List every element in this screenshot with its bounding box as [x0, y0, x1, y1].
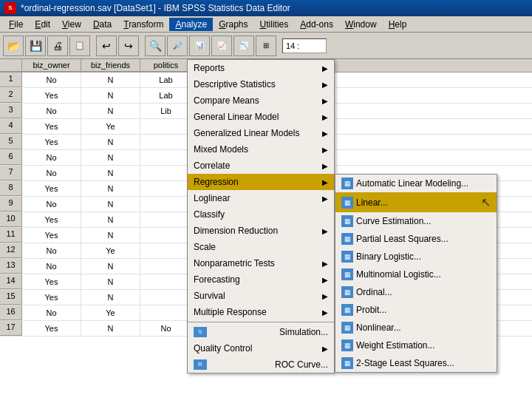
cell-politics[interactable]	[140, 274, 192, 289]
cell-politics[interactable]: Lab	[140, 88, 192, 103]
menu-edit[interactable]: Edit	[29, 18, 56, 31]
menu-simulation[interactable]: S Simulation...	[188, 324, 334, 340]
menu-utilities[interactable]: Utilities	[254, 18, 295, 31]
menu-curve[interactable]: ▦ Curve Estimation...	[335, 212, 497, 230]
menu-analyze[interactable]: Analyze	[169, 18, 213, 31]
menu-classify[interactable]: Classify	[188, 206, 334, 223]
cell-politics[interactable]: Lib	[140, 104, 192, 118]
cell-politics[interactable]: Lab	[140, 72, 192, 87]
menu-descriptive[interactable]: Descriptive Statistics ▶	[188, 76, 334, 92]
cell-biz_friends[interactable]: N	[81, 290, 140, 305]
cell-politics[interactable]	[140, 228, 192, 243]
cell-reference-box[interactable]: 14 :	[282, 38, 327, 53]
cell-politics[interactable]	[140, 212, 192, 227]
cell-biz_friends[interactable]: N	[81, 88, 140, 103]
cell-politics[interactable]	[140, 197, 192, 212]
col-header-politics[interactable]: politics	[140, 59, 192, 72]
menu-nonparam[interactable]: Nonparametric Tests ▶	[188, 255, 334, 271]
cell-biz_friends[interactable]: N	[81, 150, 140, 165]
zoom-button[interactable]: 🔎	[167, 36, 188, 56]
menu-transform[interactable]: Transform	[117, 18, 169, 31]
menu-probit[interactable]: ▦ Probit...	[335, 301, 497, 319]
menu-reports[interactable]: Reports ▶	[188, 60, 334, 76]
cell-biz_friends[interactable]: N	[81, 197, 140, 212]
menu-nonlinear[interactable]: ▦ Nonlinear...	[335, 319, 497, 337]
menu-forecasting[interactable]: Forecasting ▶	[188, 271, 334, 288]
cell-biz_friends[interactable]: N	[81, 321, 140, 336]
cell-biz_friends[interactable]: N	[81, 228, 140, 243]
cell-biz_owner[interactable]: Yes	[22, 212, 81, 227]
cell-biz_owner[interactable]: No	[22, 166, 81, 180]
open-folder-button[interactable]: 📂	[3, 36, 24, 56]
menu-compare-means[interactable]: Compare Means ▶	[188, 92, 334, 109]
menu-window[interactable]: Window	[339, 18, 383, 31]
cell-biz_owner[interactable]: Yes	[22, 135, 81, 149]
cell-biz_friends[interactable]: N	[81, 135, 140, 149]
menu-multiple-response[interactable]: Multiple Response ▶	[188, 304, 334, 320]
menu-help[interactable]: Help	[383, 18, 413, 31]
cell-biz_owner[interactable]: Yes	[22, 88, 81, 103]
cell-biz_friends[interactable]: N	[81, 104, 140, 118]
menu-quality[interactable]: Quality Control ▶	[188, 340, 334, 356]
cell-biz_owner[interactable]: Yes	[22, 119, 81, 134]
cell-biz_owner[interactable]: Yes	[22, 290, 81, 305]
cell-biz_owner[interactable]: No	[22, 259, 81, 274]
menu-loglinear[interactable]: Loglinear ▶	[188, 190, 334, 206]
menu-multinomial[interactable]: ▦ Multinomial Logistic...	[335, 266, 497, 283]
col-header-biz_owner[interactable]: biz_owner	[22, 59, 81, 72]
menu-binary-logistic[interactable]: ▦ Binary Logistic...	[335, 248, 497, 266]
cell-politics[interactable]	[140, 243, 192, 258]
menu-weight-est[interactable]: ▦ Weight Estimation...	[335, 337, 497, 354]
save-button[interactable]: 💾	[25, 36, 46, 56]
cell-biz_owner[interactable]: No	[22, 72, 81, 87]
menu-auto-linear[interactable]: ▦ Automatic Linear Modeling...	[335, 175, 497, 192]
cell-biz_friends[interactable]: Ye	[81, 305, 140, 320]
cell-biz_friends[interactable]: Ye	[81, 243, 140, 258]
cell-biz_friends[interactable]: N	[81, 181, 140, 196]
menu-roc[interactable]: R ROC Curve...	[188, 356, 334, 373]
grid-button[interactable]: ⊞	[256, 36, 276, 56]
cell-politics[interactable]	[140, 290, 192, 305]
cell-biz_friends[interactable]: N	[81, 274, 140, 289]
cell-biz_friends[interactable]: N	[81, 259, 140, 274]
menu-2stage[interactable]: ▦ 2-Stage Least Squares...	[335, 354, 497, 372]
menu-mixed[interactable]: Mixed Models ▶	[188, 141, 334, 158]
cell-biz_owner[interactable]: Yes	[22, 274, 81, 289]
cell-politics[interactable]	[140, 166, 192, 180]
menu-regression[interactable]: Regression ▶	[188, 174, 334, 190]
menu-genlinmodels[interactable]: Generalized Linear Models ▶	[188, 125, 334, 141]
stats-button[interactable]: 📈	[211, 36, 232, 56]
cell-biz_friends[interactable]: N	[81, 166, 140, 180]
menu-dimension[interactable]: Dimension Reduction ▶	[188, 223, 334, 239]
cell-politics[interactable]	[140, 135, 192, 149]
menu-ordinal[interactable]: ▦ Ordinal...	[335, 283, 497, 301]
col-header-biz_friends[interactable]: biz_friends	[81, 59, 140, 72]
cell-biz_owner[interactable]: Yes	[22, 321, 81, 336]
cell-politics[interactable]	[140, 259, 192, 274]
chart-button[interactable]: 📊	[189, 36, 210, 56]
menu-scale[interactable]: Scale	[188, 239, 334, 255]
menu-linear[interactable]: ▦ Linear... ↖	[335, 192, 497, 212]
cell-politics[interactable]	[140, 150, 192, 165]
cell-biz_owner[interactable]: No	[22, 243, 81, 258]
recall-button[interactable]: 📋	[69, 36, 90, 56]
cell-biz_owner[interactable]: No	[22, 305, 81, 320]
undo-button[interactable]: ↩	[96, 36, 117, 56]
cell-politics[interactable]	[140, 181, 192, 196]
cell-biz_owner[interactable]: Yes	[22, 228, 81, 243]
cell-biz_friends[interactable]: N	[81, 72, 140, 87]
menu-correlate[interactable]: Correlate ▶	[188, 158, 334, 174]
menu-pls[interactable]: ▦ Partial Least Squares...	[335, 230, 497, 248]
menu-glm[interactable]: General Linear Model ▶	[188, 109, 334, 125]
menu-data[interactable]: Data	[87, 18, 117, 31]
menu-view[interactable]: View	[56, 18, 87, 31]
cell-politics[interactable]	[140, 305, 192, 320]
cell-biz_owner[interactable]: Yes	[22, 181, 81, 196]
cell-politics[interactable]	[140, 119, 192, 134]
cell-biz_owner[interactable]: No	[22, 104, 81, 118]
cell-biz_owner[interactable]: No	[22, 150, 81, 165]
cell-politics[interactable]: No	[140, 321, 192, 336]
menu-survival[interactable]: Survival ▶	[188, 288, 334, 304]
cell-biz_friends[interactable]: Ye	[81, 119, 140, 134]
cell-biz_owner[interactable]: No	[22, 197, 81, 212]
